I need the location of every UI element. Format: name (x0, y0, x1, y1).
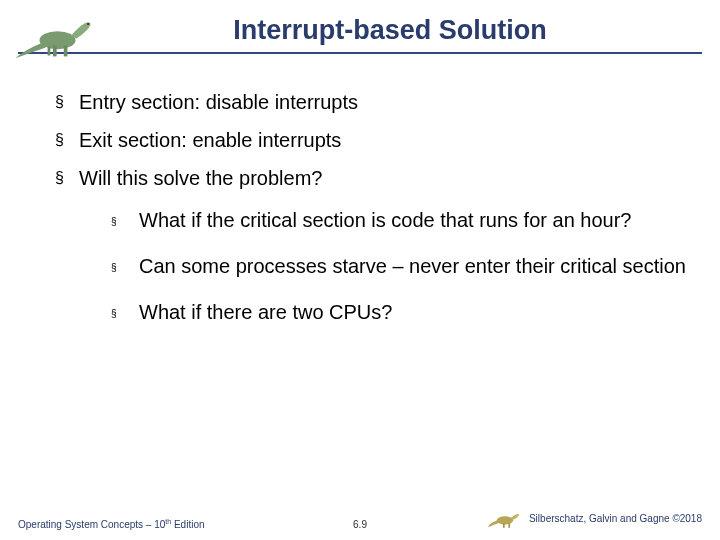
footer-right: Silberschatz, Galvin and Gagne ©2018 (474, 508, 702, 530)
header: Interrupt-based Solution (0, 0, 720, 70)
footer-book-title: Operating System Concepts – 10 (18, 519, 165, 530)
subbullet-text: Can some processes starve – never enter … (139, 254, 686, 279)
bullet-level2: § What if the critical section is code t… (111, 208, 690, 234)
svg-rect-1 (53, 46, 57, 57)
svg-rect-3 (48, 47, 51, 56)
bullet-level1: § Exit section: enable interrupts (55, 128, 690, 152)
footer-left: Operating System Concepts – 10th Edition (18, 518, 246, 530)
svg-point-4 (87, 23, 89, 25)
footer-edition-suffix: Edition (171, 519, 204, 530)
footer: Operating System Concepts – 10th Edition… (0, 508, 720, 530)
bullet-level1: § Will this solve the problem? (55, 166, 690, 190)
svg-rect-7 (509, 523, 511, 528)
svg-rect-6 (503, 523, 505, 528)
footer-copyright: ©2018 (672, 513, 702, 524)
bullet-level2: § Can some processes starve – never ente… (111, 254, 690, 280)
square-bullet-small-icon: § (111, 300, 139, 326)
bullet-level2: § What if there are two CPUs? (111, 300, 690, 326)
slide-title: Interrupt-based Solution (0, 0, 720, 46)
svg-rect-2 (64, 46, 68, 57)
title-underline (18, 52, 702, 54)
bullet-text: Entry section: disable interrupts (79, 90, 358, 114)
sublist: § What if the critical section is code t… (55, 204, 690, 326)
bullet-level1: § Entry section: disable interrupts (55, 90, 690, 114)
dinosaur-top-icon (8, 4, 98, 62)
bullet-text: Will this solve the problem? (79, 166, 322, 190)
dinosaur-bottom-icon (488, 508, 522, 530)
footer-page-number: 6.9 (246, 519, 474, 530)
square-bullet-small-icon: § (111, 254, 139, 280)
bullet-text: Exit section: enable interrupts (79, 128, 341, 152)
subbullet-text: What if the critical section is code tha… (139, 208, 631, 233)
subbullet-text: What if there are two CPUs? (139, 300, 392, 325)
square-bullet-icon: § (55, 90, 79, 114)
square-bullet-small-icon: § (111, 208, 139, 234)
footer-authors: Silberschatz, Galvin and Gagne (529, 513, 672, 524)
square-bullet-icon: § (55, 166, 79, 190)
svg-point-5 (497, 516, 513, 524)
content-area: § Entry section: disable interrupts § Ex… (0, 70, 720, 326)
square-bullet-icon: § (55, 128, 79, 152)
